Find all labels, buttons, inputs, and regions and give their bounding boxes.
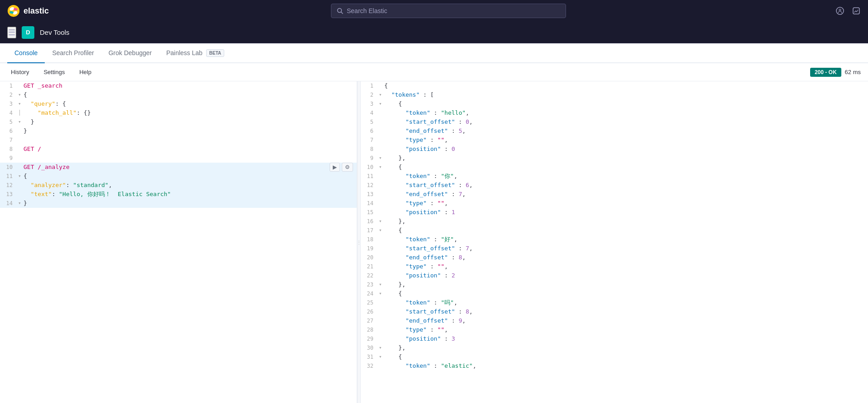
help-button[interactable]: Help: [75, 67, 95, 77]
tab-bar: Console Search Profiler Grok Debugger Pa…: [0, 43, 868, 63]
avatar: D: [22, 26, 34, 39]
right-code-line-16: 16▾ },: [361, 217, 868, 226]
svg-rect-9: [853, 8, 859, 14]
right-code-line-29: 29 "position" : 3: [361, 334, 868, 343]
right-code-line-11: 11 "token" : "你",: [361, 172, 868, 181]
tab-painless-lab[interactable]: Painless Lab BETA: [159, 43, 232, 63]
right-code-line-14: 14 "type" : "",: [361, 199, 868, 208]
right-code-line-15: 15 "position" : 1: [361, 208, 868, 217]
elastic-logo-text: elastic: [24, 6, 49, 16]
notifications-icon[interactable]: [835, 6, 844, 15]
breadcrumb-title: Dev Tools: [40, 28, 70, 36]
status-badge: 200 - OK: [810, 68, 841, 77]
wrench-button[interactable]: ⚙: [342, 163, 353, 172]
right-code-line-5: 5 "start_offset" : 0,: [361, 117, 868, 127]
elastic-logo[interactable]: elastic: [7, 5, 61, 17]
search-icon: [337, 8, 343, 14]
left-code-line-2: 2▾{: [0, 90, 357, 99]
right-code-line-4: 4 "token" : "hello",: [361, 108, 868, 117]
hamburger-button[interactable]: ☰: [7, 27, 16, 38]
right-code-line-18: 18 "token" : "好",: [361, 235, 868, 244]
left-code-line-7: 7: [0, 136, 357, 145]
right-code-line-26: 26 "start_offset" : 8,: [361, 307, 868, 316]
history-button[interactable]: History: [7, 67, 33, 77]
status-time: 62 ms: [845, 69, 861, 75]
right-output-panel: 1{2▾ "tokens" : [3▾ {4 "token" : "hello"…: [361, 81, 868, 403]
user-icon[interactable]: [852, 6, 861, 15]
toolbar: History Settings Help 200 - OK 62 ms: [0, 63, 868, 81]
right-code-line-19: 19 "start_offset" : 7,: [361, 244, 868, 253]
tab-search-profiler[interactable]: Search Profiler: [45, 43, 101, 63]
left-code-line-4: 4│ "match_all": {}: [0, 108, 357, 117]
search-bar-container: Search Elastic: [67, 4, 830, 18]
settings-button[interactable]: Settings: [40, 67, 68, 77]
right-code-line-3: 3▾ {: [361, 99, 868, 108]
line-action-buttons: ▶⚙: [330, 163, 353, 172]
left-code-line-14: 14▾}: [0, 199, 357, 208]
left-code-line-5: 5▾ }: [0, 117, 357, 127]
status-indicator: 200 - OK 62 ms: [810, 68, 861, 77]
right-code-line-1: 1{: [361, 81, 868, 90]
editor-area: 1GET _search2▾{3▾ "query": {4│ "match_al…: [0, 81, 868, 403]
right-code-line-23: 23▾ },: [361, 280, 868, 289]
svg-line-6: [341, 12, 343, 14]
right-code-line-21: 21 "type" : "",: [361, 262, 868, 271]
tab-console[interactable]: Console: [7, 43, 45, 63]
panel-divider[interactable]: ⋮: [357, 81, 361, 403]
right-code-line-28: 28 "type" : "",: [361, 325, 868, 334]
elastic-logo-icon: [7, 5, 20, 17]
left-editor-panel[interactable]: 1GET _search2▾{3▾ "query": {4│ "match_al…: [0, 81, 357, 403]
right-code-line-32: 32 "token" : "elastic",: [361, 361, 868, 370]
right-code-line-22: 22 "position" : 2: [361, 271, 868, 280]
right-code-line-7: 7 "type" : "",: [361, 136, 868, 145]
right-code-line-20: 20 "end_offset" : 8,: [361, 253, 868, 262]
left-code-line-9: 9: [0, 154, 357, 163]
left-code-line-11: 11▾{: [0, 172, 357, 181]
right-code-line-31: 31▾ {: [361, 352, 868, 361]
search-bar[interactable]: Search Elastic: [331, 4, 566, 18]
right-code-line-8: 8 "position" : 0: [361, 145, 868, 154]
right-code-line-13: 13 "end_offset" : 7,: [361, 190, 868, 199]
left-code-line-6: 6}: [0, 127, 357, 136]
beta-badge: BETA: [206, 49, 224, 57]
top-bar-icons: [835, 6, 861, 15]
left-code-line-13: 13 "text": "Hello, 你好吗！ Elastic Search": [0, 190, 357, 199]
right-code-line-27: 27 "end_offset" : 9,: [361, 316, 868, 325]
right-code-line-12: 12 "start_offset" : 6,: [361, 181, 868, 190]
right-code-line-24: 24▾ {: [361, 289, 868, 298]
right-code-line-6: 6 "end_offset" : 5,: [361, 127, 868, 136]
top-navigation-bar: elastic Search Elastic: [0, 0, 868, 22]
tab-grok-debugger[interactable]: Grok Debugger: [101, 43, 159, 63]
right-code-line-30: 30▾ },: [361, 343, 868, 352]
left-code-line-8: 8GET /: [0, 145, 357, 154]
left-code-line-10: 10GET /_analyze▶⚙: [0, 163, 357, 172]
svg-point-8: [839, 9, 841, 11]
right-code-line-10: 10▾ {: [361, 163, 868, 172]
right-code-line-2: 2▾ "tokens" : [: [361, 90, 868, 99]
svg-point-0: [8, 5, 19, 17]
right-code-line-9: 9▾ },: [361, 154, 868, 163]
run-button[interactable]: ▶: [330, 163, 340, 172]
second-navigation-bar: ☰ D Dev Tools: [0, 22, 868, 43]
left-code-line-12: 12 "analyzer": "standard",: [0, 181, 357, 190]
left-code-line-1: 1GET _search: [0, 81, 357, 90]
right-code-line-25: 25 "token" : "吗",: [361, 298, 868, 307]
left-code-line-3: 3▾ "query": {: [0, 99, 357, 108]
right-code-line-17: 17▾ {: [361, 226, 868, 235]
search-placeholder: Search Elastic: [347, 7, 387, 14]
